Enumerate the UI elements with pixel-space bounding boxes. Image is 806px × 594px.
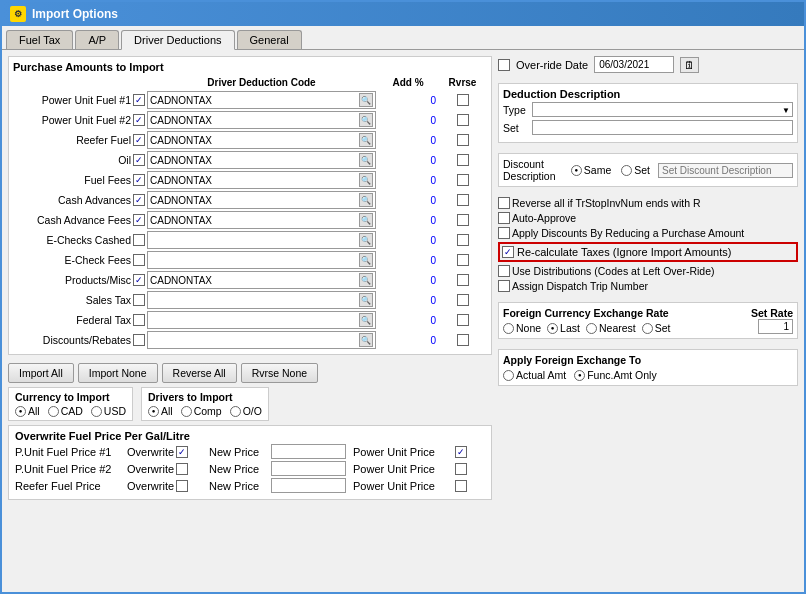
overwrite-label-1[interactable]: Overwrite [127,463,207,475]
overwrite-label-0[interactable]: Overwrite [127,446,207,458]
reverse-all-option[interactable]: Reverse all if TrStopInvNum ends with R [498,197,798,209]
drivers-oo[interactable]: O/O [230,405,262,417]
code-lookup-btn-1[interactable]: 🔍 [359,113,373,127]
rvrse-checkbox-6[interactable] [457,214,469,226]
overwrite-checkbox-2[interactable] [176,480,188,492]
code-lookup-btn-8[interactable]: 🔍 [359,253,373,267]
discount-set-radio[interactable] [621,165,632,176]
rvrse-checkbox-0[interactable] [457,94,469,106]
exchange-last[interactable]: Last [547,322,580,334]
drivers-comp-radio[interactable] [181,406,192,417]
apply-actual[interactable]: Actual Amt [503,369,566,381]
code-lookup-btn-10[interactable]: 🔍 [359,293,373,307]
discount-same-radio[interactable] [571,165,582,176]
override-date-checkbox[interactable] [498,59,510,71]
rvrse-checkbox-9[interactable] [457,274,469,286]
code-input-8[interactable] [150,255,359,266]
currency-cad[interactable]: CAD [48,405,83,417]
code-input-11[interactable] [150,315,359,326]
code-lookup-btn-12[interactable]: 🔍 [359,333,373,347]
row-checkbox-12[interactable] [133,334,145,346]
discount-desc-input[interactable] [658,163,793,178]
auto-approve-checkbox[interactable] [498,212,510,224]
import-none-button[interactable]: Import None [78,363,158,383]
overwrite-checkbox-0[interactable] [176,446,188,458]
apply-func-radio[interactable] [574,370,585,381]
rvrse-checkbox-11[interactable] [457,314,469,326]
new-price-input-0[interactable] [271,444,346,459]
tab-driver-deductions[interactable]: Driver Deductions [121,30,234,50]
reverse-all-checkbox[interactable] [498,197,510,209]
exchange-none[interactable]: None [503,322,541,334]
drivers-all-radio[interactable] [148,406,159,417]
exchange-nearest[interactable]: Nearest [586,322,636,334]
power-unit-price-checkbox-2[interactable] [455,480,467,492]
exchange-nearest-radio[interactable] [586,323,597,334]
rvrse-checkbox-7[interactable] [457,234,469,246]
row-checkbox-10[interactable] [133,294,145,306]
set-input[interactable] [532,120,793,135]
code-input-0[interactable] [150,95,359,106]
currency-all[interactable]: All [15,405,40,417]
row-checkbox-0[interactable] [133,94,145,106]
code-input-10[interactable] [150,295,359,306]
override-date-input[interactable] [594,56,674,73]
new-price-input-1[interactable] [271,461,346,476]
code-input-4[interactable] [150,175,359,186]
overwrite-label-2[interactable]: Overwrite [127,480,207,492]
currency-cad-radio[interactable] [48,406,59,417]
row-checkbox-11[interactable] [133,314,145,326]
row-checkbox-5[interactable] [133,194,145,206]
use-distributions-checkbox[interactable] [498,265,510,277]
apply-actual-radio[interactable] [503,370,514,381]
code-lookup-btn-3[interactable]: 🔍 [359,153,373,167]
code-lookup-btn-6[interactable]: 🔍 [359,213,373,227]
rvrse-checkbox-5[interactable] [457,194,469,206]
row-checkbox-6[interactable] [133,214,145,226]
tab-ap[interactable]: A/P [75,30,119,49]
overwrite-checkbox-1[interactable] [176,463,188,475]
discount-same[interactable]: Same [571,164,611,176]
row-checkbox-3[interactable] [133,154,145,166]
power-unit-price-checkbox-1[interactable] [455,463,467,475]
set-rate-input[interactable] [758,319,793,334]
row-checkbox-2[interactable] [133,134,145,146]
code-lookup-btn-5[interactable]: 🔍 [359,193,373,207]
rvrse-checkbox-1[interactable] [457,114,469,126]
rvrse-checkbox-3[interactable] [457,154,469,166]
rvrse-checkbox-12[interactable] [457,334,469,346]
exchange-none-radio[interactable] [503,323,514,334]
currency-usd-radio[interactable] [91,406,102,417]
code-input-12[interactable] [150,335,359,346]
reverse-all-button[interactable]: Reverse All [162,363,237,383]
apply-discounts-option[interactable]: Apply Discounts By Reducing a Purchase A… [498,227,798,239]
apply-discounts-checkbox[interactable] [498,227,510,239]
row-checkbox-7[interactable] [133,234,145,246]
code-input-2[interactable] [150,135,359,146]
drivers-all[interactable]: All [148,405,173,417]
exchange-set[interactable]: Set [642,322,671,334]
currency-all-radio[interactable] [15,406,26,417]
rvrse-checkbox-10[interactable] [457,294,469,306]
code-lookup-btn-2[interactable]: 🔍 [359,133,373,147]
apply-func[interactable]: Func.Amt Only [574,369,656,381]
calendar-icon[interactable]: 🗓 [680,57,699,73]
assign-dispatch-checkbox[interactable] [498,280,510,292]
row-checkbox-9[interactable] [133,274,145,286]
code-input-7[interactable] [150,235,359,246]
import-all-button[interactable]: Import All [8,363,74,383]
rvrse-checkbox-8[interactable] [457,254,469,266]
rvrse-none-button[interactable]: Rvrse None [241,363,318,383]
row-checkbox-1[interactable] [133,114,145,126]
code-input-5[interactable] [150,195,359,206]
exchange-last-radio[interactable] [547,323,558,334]
row-checkbox-8[interactable] [133,254,145,266]
code-input-1[interactable] [150,115,359,126]
code-lookup-btn-11[interactable]: 🔍 [359,313,373,327]
tab-fuel-tax[interactable]: Fuel Tax [6,30,73,49]
auto-approve-option[interactable]: Auto-Approve [498,212,798,224]
tab-general[interactable]: General [237,30,302,49]
rvrse-checkbox-2[interactable] [457,134,469,146]
code-input-3[interactable] [150,155,359,166]
rvrse-checkbox-4[interactable] [457,174,469,186]
